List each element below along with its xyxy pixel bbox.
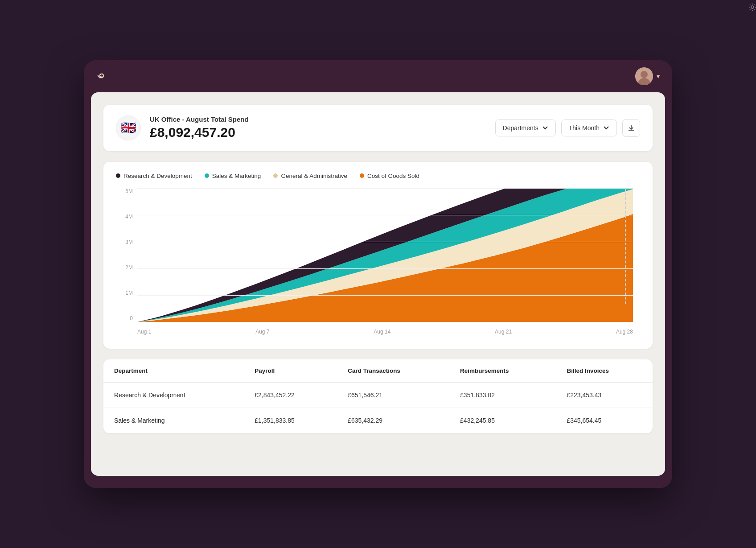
cell-department-1: Research & Development [103,382,244,408]
y-label-2m: 2M [116,264,136,271]
y-label-3m: 3M [116,239,136,245]
chart-svg-container [137,188,633,322]
cell-invoices-2: £345,654.45 [556,408,653,433]
x-label-aug7: Aug 7 [255,329,269,335]
chart-card: Research & Development Sales & Marketing… [103,162,653,349]
main-content: 🇬🇧 UK Office - August Total Spend £8,092… [91,92,665,476]
department-table: Department Payroll Card Transactions Rei… [103,359,653,433]
cell-card-2: £635,432.29 [337,408,449,433]
current-date-line [625,188,626,304]
col-header-billed-invoices: Billed Invoices [556,359,653,383]
download-button[interactable] [622,119,640,137]
chevron-down-icon[interactable]: ▾ [657,73,660,80]
cell-card-1: £651,546.21 [337,382,449,408]
x-axis: Aug 1 Aug 7 Aug 14 Aug 21 Aug 28 [137,324,633,340]
legend-sales: Sales & Marketing [205,173,261,179]
cell-payroll-2: £1,351,833.85 [244,408,337,433]
x-label-aug1: Aug 1 [137,329,151,335]
total-amount: £8,092,457.20 [150,125,249,140]
y-axis: 5M 4M 3M 2M 1M 0 [116,188,136,322]
y-label-0: 0 [116,315,136,321]
cell-reimbursements-2: £432,245.85 [449,408,556,433]
svg-point-1 [641,71,648,78]
departments-dropdown[interactable]: Departments [495,119,556,136]
chart-legend: Research & Development Sales & Marketing… [116,173,640,179]
period-dropdown[interactable]: This Month [561,119,617,136]
cell-payroll-1: £2,843,452.22 [244,382,337,408]
col-header-payroll: Payroll [244,359,337,383]
legend-cogs: Cost of Goods Sold [360,173,419,179]
chart-area: 5M 4M 3M 2M 1M 0 [116,188,640,340]
page-title: UK Office - August Total Spend [150,115,249,123]
cell-department-2: Sales & Marketing [103,408,244,433]
flag-icon: 🇬🇧 [116,115,141,140]
table-row: Research & Development £2,843,452.22 £65… [103,382,653,408]
x-label-aug14: Aug 14 [374,329,390,335]
x-label-aug28: Aug 28 [616,329,633,335]
app-logo: ꩜ [96,70,107,82]
header-card: 🇬🇧 UK Office - August Total Spend £8,092… [103,105,653,151]
x-label-aug21: Aug 21 [495,329,512,335]
y-label-1m: 1M [116,290,136,296]
y-label-5m: 5M [116,188,136,194]
col-header-reimbursements: Reimbursements [449,359,556,383]
col-header-department: Department [103,359,244,383]
y-label-4m: 4M [116,214,136,220]
cell-reimbursements-1: £351,833.02 [449,382,556,408]
legend-research: Research & Development [116,173,192,179]
table-row: Sales & Marketing £1,351,833.85 £635,432… [103,408,653,433]
legend-general: General & Administrative [273,173,347,179]
avatar[interactable] [635,67,653,85]
col-header-card-transactions: Card Transactions [337,359,449,383]
cell-invoices-1: £223,453.43 [556,382,653,408]
